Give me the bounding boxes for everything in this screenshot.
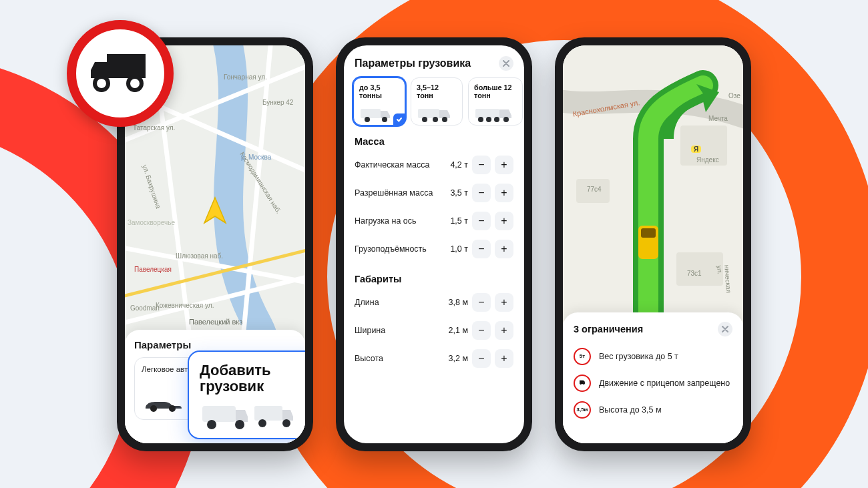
van-truck-icon xyxy=(200,402,305,431)
weight-class-option-2[interactable]: 3,5–12 тонн xyxy=(411,77,463,126)
svg-point-22 xyxy=(494,117,499,122)
param-value: 4,2 т xyxy=(439,160,468,170)
vehicle-option-truck-popout[interactable]: Добавить грузовик xyxy=(188,350,305,439)
svg-rect-6 xyxy=(202,406,236,422)
map-label: Гончарная ул. xyxy=(224,73,267,81)
phone-2: Параметры грузовика до 3,5 тонны 3,5 xyxy=(336,37,532,451)
param-value: 3,8 м xyxy=(439,298,468,307)
decrement-button[interactable]: − xyxy=(472,321,491,340)
svg-point-20 xyxy=(478,117,483,122)
increment-button[interactable]: + xyxy=(495,184,513,202)
weight-class-label: больше 12 тонн xyxy=(474,83,517,100)
restriction-text: Движение с прицепом запрещено xyxy=(599,379,730,388)
svg-point-11 xyxy=(282,419,290,427)
param-value: 3,2 м xyxy=(439,354,468,363)
increment-button[interactable]: + xyxy=(495,321,513,340)
map-label: Павелецкая xyxy=(134,266,172,273)
close-icon xyxy=(503,60,509,67)
param-row: Длина3,8 м−+ xyxy=(355,288,513,316)
map-label: Мечта xyxy=(708,115,728,122)
svg-rect-29 xyxy=(641,228,656,238)
vehicle-params-sheet: Параметры Легковое авто Добавить грузов xyxy=(125,330,305,443)
weight-class-row: до 3,5 тонны 3,5–12 тонн больше 12 то xyxy=(344,77,524,126)
param-value: 1,5 т xyxy=(439,216,468,226)
param-name: Ширина xyxy=(355,326,385,335)
map-label: Goodman xyxy=(130,304,160,312)
map-label: Озе xyxy=(728,92,740,99)
weight-class-option-1[interactable]: до 3,5 тонны xyxy=(353,77,405,126)
panel-title: Параметры грузовика xyxy=(355,57,471,69)
svg-rect-15 xyxy=(418,109,439,118)
truck-road-sign xyxy=(67,20,174,127)
decrement-button[interactable]: − xyxy=(472,212,491,230)
map-label: ническая ул. xyxy=(716,264,733,302)
svg-point-4 xyxy=(150,405,157,412)
map-label: Замоскворечье xyxy=(128,219,175,226)
svg-rect-19 xyxy=(475,109,499,118)
map-label: Яндекс xyxy=(696,156,719,164)
decrement-button[interactable]: − xyxy=(472,240,491,258)
sheet-title: Параметры xyxy=(134,339,296,350)
svg-point-7 xyxy=(207,420,216,429)
decrement-button[interactable]: − xyxy=(472,349,491,368)
param-name: Разрешённая масса xyxy=(355,188,433,198)
map-label: 73с1 xyxy=(687,270,702,277)
svg-point-5 xyxy=(169,405,176,412)
decrement-button[interactable]: − xyxy=(472,156,491,174)
param-row: Ширина2,1 м−+ xyxy=(355,316,513,344)
close-button[interactable] xyxy=(499,56,513,71)
heavy-truck-icon xyxy=(474,107,517,122)
param-row: Грузоподъёмность1,0 т−+ xyxy=(355,235,513,263)
map-label: Татарская ул. xyxy=(133,124,175,132)
decrement-button[interactable]: − xyxy=(472,184,491,202)
param-name: Длина xyxy=(355,298,379,307)
param-value: 3,5 т xyxy=(439,188,468,198)
svg-point-14 xyxy=(382,117,387,122)
increment-button[interactable]: + xyxy=(495,349,513,368)
svg-rect-9 xyxy=(254,406,282,421)
param-row: Разрешённая масса3,5 т−+ xyxy=(355,179,513,207)
increment-button[interactable]: + xyxy=(495,293,513,312)
param-row: Нагрузка на ось1,5 т−+ xyxy=(355,207,513,235)
increment-button[interactable]: + xyxy=(495,240,513,258)
increment-button[interactable]: + xyxy=(495,212,513,230)
map-label: 77с4 xyxy=(587,186,602,193)
weight-class-option-3[interactable]: больше 12 тонн xyxy=(468,77,523,126)
svg-rect-0 xyxy=(107,54,146,78)
medium-truck-icon xyxy=(417,107,457,122)
restrictions-title: 3 ограничения xyxy=(574,324,643,334)
map-label: Бункер 42 xyxy=(262,99,293,106)
restriction-sign-icon: ⛟ xyxy=(574,375,591,392)
svg-point-17 xyxy=(433,117,438,122)
svg-point-1 xyxy=(95,77,108,90)
svg-point-16 xyxy=(422,117,427,122)
close-button[interactable] xyxy=(718,322,732,336)
map-label: Кожевническая ул. xyxy=(156,302,214,309)
section-title-dimensions: Габариты xyxy=(344,263,524,288)
restriction-text: Высота до 3,5 м xyxy=(599,405,662,415)
restriction-sign-icon: 3,5м xyxy=(574,401,591,419)
svg-point-21 xyxy=(486,117,491,122)
map-label: р. Москва xyxy=(241,154,271,161)
decrement-button[interactable]: − xyxy=(472,293,491,312)
map-label: Шлюзовая наб. xyxy=(176,252,223,260)
param-name: Фактическая масса xyxy=(355,160,429,170)
param-value: 1,0 т xyxy=(439,244,468,254)
map-label: Я xyxy=(691,146,701,153)
phone-3: Краснохолмская ул. Мечта Яндекс Озе ниче… xyxy=(555,37,751,451)
restriction-item: ⛟Движение с прицепом запрещено xyxy=(574,370,732,397)
weight-class-label: до 3,5 тонны xyxy=(359,83,399,100)
svg-point-8 xyxy=(235,420,244,429)
increment-button[interactable]: + xyxy=(495,156,513,174)
svg-point-2 xyxy=(128,77,142,90)
restriction-item: 5тВес грузовика до 5 т xyxy=(574,343,732,370)
restriction-item: 3,5мВысота до 3,5 м xyxy=(574,397,732,423)
close-icon xyxy=(722,326,728,332)
restriction-sign-icon: 5т xyxy=(574,348,591,365)
map-label: Павелецкий вкз xyxy=(189,318,242,326)
section-title-mass: Масса xyxy=(344,126,524,151)
selected-check-icon xyxy=(393,113,405,126)
svg-point-23 xyxy=(503,117,509,122)
param-row: Фактическая масса4,2 т−+ xyxy=(355,151,513,179)
svg-point-18 xyxy=(442,117,447,122)
